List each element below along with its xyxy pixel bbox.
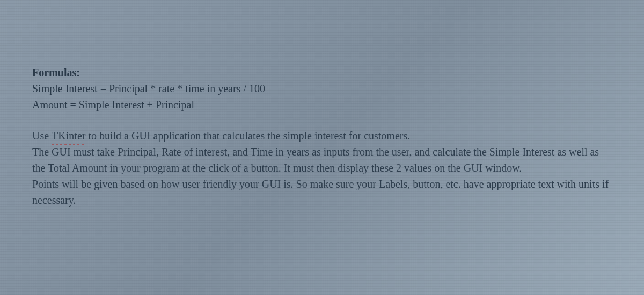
instruction-line-3: Points will be given based on how user f… [32, 176, 612, 208]
instruction-line-2: The GUI must take Principal, Rate of int… [32, 144, 612, 176]
formulas-heading: Formulas: [32, 64, 612, 80]
instructions-block: Use TKinter to build a GUI application t… [32, 128, 612, 208]
text-fragment: to build a GUI application that calculat… [85, 130, 410, 142]
tkinter-keyword: TKinter [52, 128, 85, 144]
text-fragment: Use [32, 130, 52, 142]
formulas-block: Formulas: Simple Interest = Principal * … [32, 64, 612, 113]
instruction-line-1: Use TKinter to build a GUI application t… [32, 128, 612, 144]
formula-simple-interest: Simple Interest = Principal * rate * tim… [32, 80, 612, 97]
formula-amount: Amount = Simple Interest + Principal [32, 97, 612, 113]
document-content: Formulas: Simple Interest = Principal * … [32, 64, 612, 208]
